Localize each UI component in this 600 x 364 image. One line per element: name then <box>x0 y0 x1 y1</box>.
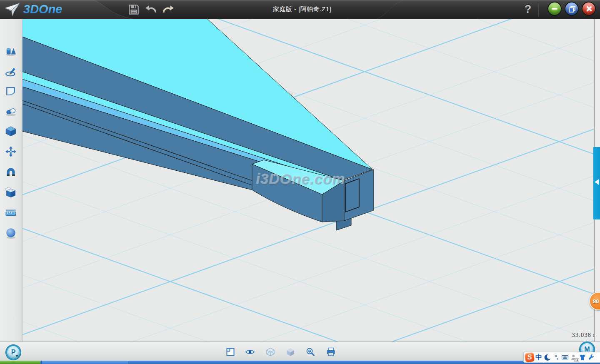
save-floppy-icon <box>128 3 140 16</box>
title-bar: 3DOne 家庭版 - [阿帕奇.Z1] ? <box>0 0 600 19</box>
printer-icon <box>326 347 336 357</box>
wireframe-cube-icon <box>265 347 275 357</box>
sphere-icon <box>5 227 17 239</box>
visibility-button[interactable] <box>244 347 256 357</box>
minimize-button[interactable] <box>548 2 561 15</box>
left-toolbar <box>0 19 22 342</box>
tool-sketch-edit[interactable] <box>3 84 18 99</box>
wireframe-display-button[interactable] <box>265 347 276 357</box>
bottom-toolbar: 全部 ▾ <box>0 342 600 361</box>
taskbar-start-segment[interactable] <box>0 361 40 364</box>
tool-special-feature[interactable] <box>3 104 18 119</box>
primitives-icon <box>5 45 17 57</box>
ruler-icon <box>5 207 17 219</box>
tool-constraint[interactable] <box>3 165 18 180</box>
tool-measure[interactable] <box>3 205 18 220</box>
tshirt-icon <box>579 354 586 361</box>
paper-plane-logo-icon <box>3 2 22 17</box>
view-layout-button[interactable] <box>225 347 236 357</box>
panel-flyout-tab[interactable] <box>593 147 600 219</box>
shaded-display-button[interactable] <box>285 347 296 357</box>
save-button[interactable] <box>128 3 140 16</box>
tool-primitives[interactable] <box>3 44 18 59</box>
zoom-button[interactable] <box>305 347 316 357</box>
redo-arrow-icon <box>162 3 174 16</box>
print-button[interactable] <box>325 347 337 357</box>
restore-icon <box>569 6 575 11</box>
tool-combine[interactable] <box>3 185 18 200</box>
open-box-icon <box>5 186 17 199</box>
ime-toolbar: S 中 °, 14 <box>523 352 600 363</box>
eraser-icon <box>5 105 17 117</box>
redo-button[interactable] <box>162 3 174 16</box>
move-arrows-icon <box>5 145 17 158</box>
sketch-edit-icon <box>5 85 17 97</box>
taskbar-app-segment[interactable] <box>41 361 128 364</box>
ime-night-mode[interactable] <box>543 353 552 362</box>
p-dropdown-arrow[interactable]: ▾ <box>16 354 18 358</box>
ime-logo[interactable]: S <box>525 353 534 362</box>
keyboard-icon <box>561 354 569 361</box>
eye-icon <box>245 347 255 357</box>
undo-arrow-icon <box>145 3 158 16</box>
wrench-icon <box>588 354 595 361</box>
measurement-label: 33.038 mm <box>545 332 600 338</box>
ime-language-toggle[interactable]: 中 <box>535 353 543 362</box>
brand-logo: 3DOne <box>22 2 93 17</box>
view-layout-icon <box>225 347 235 357</box>
sketch-pencil-icon <box>5 65 17 77</box>
model-apache-beam[interactable] <box>22 19 374 230</box>
scene-3d <box>22 19 594 342</box>
viewport-3d[interactable]: i3DOne.com 33.038 mm <box>22 19 594 342</box>
ime-punctuation-toggle[interactable]: °, <box>552 353 560 362</box>
collapse-left-icon <box>595 179 599 185</box>
ime-settings[interactable] <box>587 353 595 362</box>
tool-feature-modeling[interactable] <box>3 124 18 139</box>
magnifier-icon <box>305 347 315 357</box>
restore-button[interactable] <box>565 2 578 15</box>
tool-basic-edit[interactable] <box>3 144 18 159</box>
tool-sketch-draw[interactable] <box>3 64 18 79</box>
ime-account[interactable]: 14 <box>570 353 578 362</box>
os-taskbar-edge <box>0 361 600 364</box>
close-icon <box>586 6 592 12</box>
ime-skin[interactable] <box>578 353 587 362</box>
sogou-logo-icon: S <box>525 352 535 362</box>
shaded-cube-icon <box>285 347 295 357</box>
ime-soft-keyboard[interactable] <box>561 353 569 362</box>
moon-icon <box>544 354 551 361</box>
titlebar-separator <box>538 2 539 16</box>
brand-text: 3DOne <box>23 2 62 16</box>
tool-material-render[interactable] <box>3 226 18 241</box>
minimize-icon <box>552 8 558 10</box>
cube-icon <box>5 125 17 137</box>
help-button[interactable]: ? <box>521 1 535 18</box>
undo-button[interactable] <box>145 3 158 16</box>
close-button[interactable] <box>582 2 595 15</box>
window-title: 家庭版 - [阿帕奇.Z1] <box>233 0 371 19</box>
magnet-icon <box>5 166 17 178</box>
